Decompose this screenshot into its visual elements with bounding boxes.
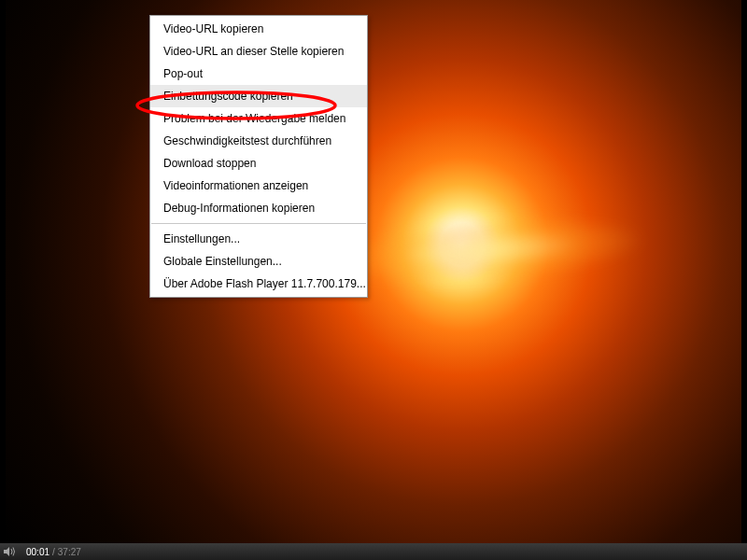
menu-item-copy-video-url-at-time[interactable]: Video-URL an dieser Stelle kopieren — [150, 40, 367, 63]
time-display: 00:01 / 37:27 — [26, 547, 81, 557]
menu-separator — [151, 223, 366, 224]
svg-marker-1 — [4, 547, 9, 556]
total-time: 37:27 — [58, 547, 81, 557]
menu-item-report-playback-issue[interactable]: Problem bei der Wiedergabe melden — [150, 107, 367, 130]
menu-item-speed-test[interactable]: Geschwindigkeitstest durchführen — [150, 130, 367, 152]
video-player: Video-URL kopieren Video-URL an dieser S… — [0, 0, 747, 560]
control-bar: 00:01 / 37:27 — [0, 543, 747, 560]
time-separator: / — [52, 547, 55, 557]
menu-item-copy-debug-info[interactable]: Debug-Informationen kopieren — [150, 197, 367, 219]
lens-flare — [328, 206, 649, 294]
volume-icon[interactable] — [2, 545, 19, 558]
menu-item-global-settings[interactable]: Globale Einstellungen... — [150, 250, 367, 273]
menu-item-settings[interactable]: Einstellungen... — [150, 228, 367, 250]
menu-item-show-video-info[interactable]: Videoinformationen anzeigen — [150, 175, 367, 197]
menu-item-about-flash-player[interactable]: Über Adobe Flash Player 11.7.700.179... — [150, 273, 367, 295]
menu-item-copy-embed-code[interactable]: Einbettungscode kopieren — [150, 85, 367, 107]
menu-item-stop-download[interactable]: Download stoppen — [150, 152, 367, 175]
menu-item-copy-video-url[interactable]: Video-URL kopieren — [150, 18, 367, 40]
current-time: 00:01 — [26, 547, 49, 557]
video-frame[interactable] — [6, 0, 741, 543]
context-menu: Video-URL kopieren Video-URL an dieser S… — [149, 15, 368, 298]
menu-item-pop-out[interactable]: Pop-out — [150, 63, 367, 85]
